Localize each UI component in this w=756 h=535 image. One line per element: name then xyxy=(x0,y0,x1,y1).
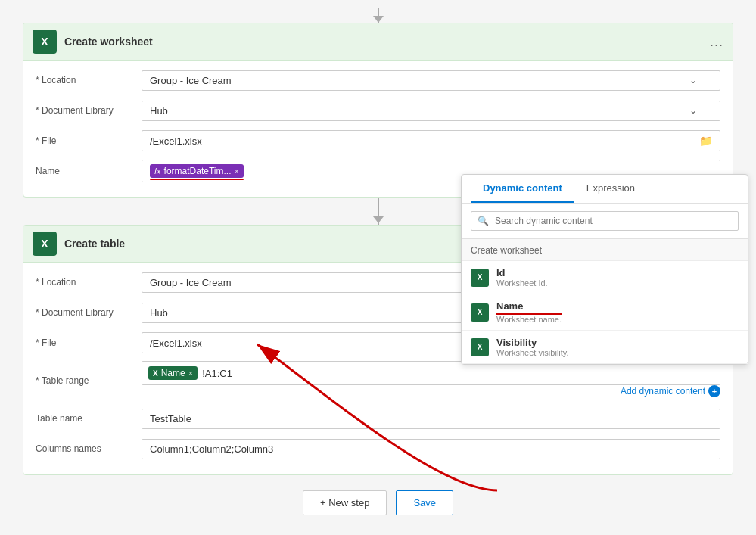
panel-item-visibility-text: Visibility Worksheet visibility. xyxy=(496,337,569,357)
worksheet-location-label: * Location xyxy=(36,75,142,86)
top-connector xyxy=(23,8,733,23)
worksheet-location-control[interactable]: Group - Ice Cream ⌄ xyxy=(142,70,720,91)
worksheet-location-chevron-icon: ⌄ xyxy=(689,75,697,86)
worksheet-name-token-close-icon[interactable]: × xyxy=(234,166,238,176)
table-range-token-value: Name xyxy=(161,368,185,378)
save-button[interactable]: Save xyxy=(396,490,453,515)
table-name-row: Table name TestTable xyxy=(36,406,720,431)
table-name-input[interactable]: TestTable xyxy=(142,409,720,429)
worksheet-file-control[interactable]: /Excel1.xlsx 📁 xyxy=(142,130,720,151)
worksheet-name-token-value: formatDateTim... xyxy=(164,166,232,176)
panel-item-name-icon: X xyxy=(471,303,489,322)
panel-item-id-desc: Worksheet Id. xyxy=(496,278,548,288)
panel-item-visibility-desc: Worksheet visibility. xyxy=(496,348,569,357)
table-range-text-after: !A1:C1 xyxy=(202,368,232,379)
worksheet-name-token[interactable]: fx formatDateTim... × xyxy=(150,164,244,178)
worksheet-doclibrary-row: * Document Library Hub ⌄ xyxy=(36,98,720,123)
worksheet-file-browse-icon[interactable]: 📁 xyxy=(699,135,712,147)
table-name-label: Table name xyxy=(36,413,142,424)
worksheet-doclibrary-control[interactable]: Hub ⌄ xyxy=(142,101,720,121)
excel-icon-worksheet: X xyxy=(33,30,57,54)
panel-section-header: Create worksheet xyxy=(462,239,748,261)
worksheet-file-input[interactable]: /Excel1.xlsx 📁 xyxy=(142,130,720,151)
excel-icon-label-table: X xyxy=(41,238,48,250)
dynamic-content-panel: Dynamic content Expression 🔍 Create work… xyxy=(461,174,748,365)
table-columns-input[interactable]: Column1;Column2;Column3 xyxy=(142,439,720,459)
worksheet-file-row: * File /Excel1.xlsx 📁 xyxy=(36,129,720,153)
panel-item-name-text: Name Worksheet name. xyxy=(496,300,562,324)
table-name-control[interactable]: TestTable xyxy=(142,409,720,429)
table-range-row: * Table range X Name × !A1:C1 xyxy=(36,361,720,400)
table-range-token-close-icon[interactable]: × xyxy=(188,369,193,378)
worksheet-doclibrary-dropdown[interactable]: Hub ⌄ xyxy=(142,101,720,121)
worksheet-file-label: * File xyxy=(36,135,142,146)
worksheet-doclibrary-value: Hub xyxy=(150,105,168,117)
table-doclibrary-label: * Document Library xyxy=(36,307,142,318)
table-columns-value: Column1;Column2;Column3 xyxy=(150,443,273,455)
table-file-value: /Excel1.xlsx xyxy=(150,337,202,349)
worksheet-file-value: /Excel1.xlsx xyxy=(150,135,202,147)
table-location-label: * Location xyxy=(36,277,142,288)
worksheet-location-row: * Location Group - Ice Cream ⌄ xyxy=(36,68,720,92)
create-worksheet-title: Create worksheet xyxy=(64,36,702,48)
table-name-value: TestTable xyxy=(150,413,191,425)
table-doclibrary-value: Hub xyxy=(150,307,168,319)
table-range-token-icon: X xyxy=(153,369,158,378)
table-columns-label: Columns names xyxy=(36,443,142,454)
tab-expression[interactable]: Expression xyxy=(574,175,647,203)
panel-item-id-text: Id Worksheet Id. xyxy=(496,267,548,288)
worksheet-location-dropdown[interactable]: Group - Ice Cream ⌄ xyxy=(142,70,720,91)
create-worksheet-card: X Create worksheet ... * Location Group … xyxy=(23,23,733,198)
search-icon: 🔍 xyxy=(478,216,489,226)
main-container: X Create worksheet ... * Location Group … xyxy=(0,0,756,535)
panel-item-visibility[interactable]: X Visibility Worksheet visibility. xyxy=(462,331,748,364)
table-location-value: Group - Ice Cream xyxy=(150,277,232,288)
worksheet-name-label: Name xyxy=(36,166,142,176)
panel-item-name-name: Name xyxy=(496,300,562,315)
worksheet-doclibrary-chevron-icon: ⌄ xyxy=(689,105,697,116)
search-box[interactable]: 🔍 xyxy=(471,211,739,231)
add-dynamic-content-label: Add dynamic content xyxy=(621,386,705,397)
top-connector-arrow-icon xyxy=(373,16,384,23)
panel-tabs: Dynamic content Expression xyxy=(462,175,748,204)
panel-item-visibility-name: Visibility xyxy=(496,337,569,348)
new-step-button[interactable]: + New step xyxy=(303,490,387,515)
table-columns-row: Columns names Column1;Column2;Column3 xyxy=(36,437,720,461)
panel-item-id-name: Id xyxy=(496,267,548,278)
table-range-token[interactable]: X Name × xyxy=(148,366,198,380)
tab-dynamic-content[interactable]: Dynamic content xyxy=(471,175,574,203)
add-dynamic-content-link[interactable]: Add dynamic content + xyxy=(621,385,720,397)
panel-item-visibility-icon: X xyxy=(471,338,489,356)
worksheet-menu-icon[interactable]: ... xyxy=(710,34,723,50)
search-input[interactable] xyxy=(495,216,732,226)
worksheet-name-token-fx-icon: fx xyxy=(154,166,161,176)
excel-icon-label-worksheet: X xyxy=(41,36,48,48)
table-columns-control[interactable]: Column1;Column2;Column3 xyxy=(142,439,720,459)
table-range-field-control: X Name × !A1:C1 Add dynamic content + xyxy=(142,361,720,400)
table-range-label: * Table range xyxy=(36,375,142,386)
middle-connector-arrow-icon xyxy=(373,216,384,223)
buttons-row: + New step Save xyxy=(23,490,733,523)
worksheet-location-value: Group - Ice Cream xyxy=(150,75,232,86)
add-dynamic-content-plus-icon[interactable]: + xyxy=(708,385,720,397)
create-worksheet-header: X Create worksheet ... xyxy=(23,23,733,61)
excel-icon-table: X xyxy=(33,232,57,256)
table-file-label: * File xyxy=(36,337,142,348)
panel-item-id-icon: X xyxy=(471,269,489,287)
panel-search-area: 🔍 xyxy=(462,204,748,239)
panel-item-name-desc: Worksheet name. xyxy=(496,315,562,324)
panel-item-name[interactable]: X Name Worksheet name. xyxy=(462,294,748,331)
panel-item-id[interactable]: X Id Worksheet Id. xyxy=(462,261,748,294)
dynamic-content-row: Add dynamic content + xyxy=(142,385,720,397)
worksheet-doclibrary-label: * Document Library xyxy=(36,105,142,116)
